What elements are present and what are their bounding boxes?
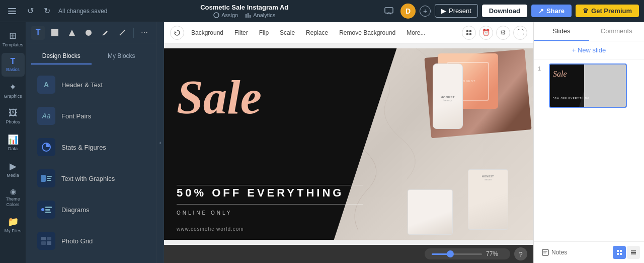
scale-button[interactable]: Scale [276, 27, 299, 38]
svg-rect-16 [47, 180, 51, 181]
analytics-link[interactable]: Analytics [245, 12, 275, 18]
sidebar-item-photos[interactable]: 🖼 Photos [2, 104, 25, 129]
help-button[interactable]: ? [514, 247, 527, 260]
svg-rect-23 [41, 241, 46, 245]
tab-comments[interactable]: Comments [589, 22, 645, 41]
line-tool[interactable] [115, 26, 129, 40]
share-button[interactable]: ↗ Share [531, 5, 572, 17]
share-icon: ↗ [538, 7, 544, 15]
more-tools-button[interactable]: ⋯ [138, 26, 151, 40]
flip-button[interactable]: Flip [255, 27, 273, 38]
sidebar-item-graphics[interactable]: ✦ Graphics [2, 78, 25, 103]
background-button[interactable]: Background [187, 27, 227, 38]
block-item-stats[interactable]: Stats & Figures [29, 132, 153, 162]
sidebar-item-my-files[interactable]: 📁 My Files [2, 212, 25, 238]
block-item-header-text[interactable]: A Header & Text [29, 70, 153, 100]
block-item-diagrams[interactable]: Diagrams [29, 194, 153, 225]
filter-button[interactable]: Filter [230, 27, 252, 38]
tab-design-blocks[interactable]: Design Blocks [31, 48, 92, 64]
svg-rect-29 [469, 33, 471, 35]
svg-rect-5 [248, 13, 249, 18]
shape-circle-tool[interactable] [82, 26, 95, 40]
avatar[interactable]: D [400, 4, 416, 19]
sidebar-item-media[interactable]: ▶ Media [2, 157, 25, 182]
notes-label: Notes [551, 249, 567, 256]
canvas-headline[interactable]: 50% OFF EVERYTHING [177, 186, 344, 200]
tool-row: T ⋯ [26, 22, 156, 43]
replace-button[interactable]: Replace [302, 27, 332, 38]
tab-my-blocks[interactable]: My Blocks [92, 48, 152, 64]
list-view-button[interactable] [627, 246, 640, 259]
sidebar-item-data[interactable]: 📊 Data [2, 130, 25, 156]
canvas-frame[interactable]: HONEST beauty HONEST HONEST serum Sale S… [164, 48, 533, 240]
svg-rect-39 [631, 253, 636, 254]
svg-point-3 [214, 13, 219, 18]
svg-rect-33 [617, 250, 619, 252]
doc-title: Cosmetic Sale Instagram Ad [200, 4, 288, 11]
sidebar-item-basics[interactable]: T Basics [2, 53, 25, 77]
svg-rect-18 [45, 207, 52, 208]
svg-point-10 [86, 30, 92, 36]
canvas-subheadline[interactable]: ONLINE ONLY [177, 210, 232, 216]
right-panel-tabs: Slides Comments [534, 22, 644, 41]
svg-marker-9 [69, 30, 75, 36]
notes-button[interactable]: Notes [538, 246, 571, 258]
block-list: A Header & Text Aa Font Pairs Stats & Fi… [26, 64, 156, 261]
canvas-url[interactable]: www.cosmetic world.com [177, 226, 244, 232]
sidebar-item-theme-colors[interactable]: ◉ Theme Colors [2, 183, 25, 212]
shape-triangle-tool[interactable] [65, 26, 78, 40]
my-files-icon: 📁 [8, 216, 19, 227]
svg-marker-25 [175, 31, 177, 33]
svg-rect-0 [8, 8, 16, 9]
svg-rect-36 [620, 253, 622, 255]
text-graphics-label: Text with Graphics [61, 175, 115, 182]
sidebar-label-theme-colors: Theme Colors [4, 196, 23, 208]
text-graphics-icon [37, 169, 55, 187]
tab-slides[interactable]: Slides [534, 22, 589, 41]
undo-button[interactable]: ↺ [25, 5, 36, 17]
block-item-text-graphics[interactable]: Text with Graphics [29, 163, 153, 193]
svg-rect-28 [466, 33, 468, 35]
collapse-icon: ‹ [159, 140, 161, 146]
add-collaborator-button[interactable]: + [420, 6, 431, 17]
topbar-center: Cosmetic Sale Instagram Ad Assign Analyt… [200, 4, 288, 18]
premium-button[interactable]: ♛ Get Premium [576, 5, 639, 17]
zoom-slider-wrap: 77% [425, 248, 510, 259]
redo-button[interactable]: ↻ [42, 5, 52, 17]
pen-tool[interactable] [99, 26, 112, 40]
more-button[interactable]: More... [403, 27, 429, 38]
panel-collapse-handle[interactable]: ‹ [157, 22, 164, 263]
sidebar-item-templates[interactable]: ⊞ Templates [2, 26, 25, 52]
canvas-content[interactable]: HONEST beauty HONEST HONEST serum Sale S… [164, 43, 533, 245]
text-tool[interactable]: T [31, 26, 45, 40]
thumb-light-bg [584, 64, 626, 107]
crown-icon: ♛ [583, 7, 589, 15]
assign-link[interactable]: Assign [213, 12, 238, 18]
settings-button[interactable]: ⚙ [496, 26, 510, 40]
block-item-font-pairs[interactable]: Aa Font Pairs [29, 101, 153, 131]
svg-rect-38 [631, 252, 636, 253]
slide-thumbnail-1[interactable]: Sale 50% OFF EVERYTHING [549, 63, 627, 108]
zoom-slider[interactable] [432, 253, 482, 255]
menu-button[interactable] [5, 6, 19, 16]
timer-button[interactable]: ⏰ [479, 26, 493, 40]
block-item-photo-grid[interactable]: Photo Grid [29, 226, 153, 256]
present-button[interactable]: ▶ Present [435, 4, 478, 18]
crop-button[interactable]: ⛶ [513, 26, 527, 40]
doc-meta: Assign Analytics [213, 12, 275, 18]
grid-view-button[interactable] [613, 246, 626, 259]
thumb-sale-text: Sale [553, 70, 567, 79]
shape-square-tool[interactable] [48, 26, 61, 40]
download-button[interactable]: Download [482, 5, 527, 17]
left-panel: T ⋯ Design Blocks My Blocks [26, 22, 157, 263]
right-panel: Slides Comments + New slide 1 Sale 50% O… [533, 22, 644, 263]
canvas-sale-text[interactable]: Sale [177, 74, 262, 121]
remove-background-button[interactable]: Remove Background [335, 27, 399, 38]
photo-grid-label: Photo Grid [61, 237, 93, 245]
position-button[interactable] [462, 26, 476, 40]
slide-thumbnails: 1 Sale 50% OFF EVERYTHING [534, 59, 644, 241]
play-icon: ▶ [441, 7, 446, 15]
rotate-button[interactable] [170, 26, 184, 40]
message-button[interactable] [381, 5, 396, 17]
new-slide-button[interactable]: + New slide [534, 41, 644, 59]
